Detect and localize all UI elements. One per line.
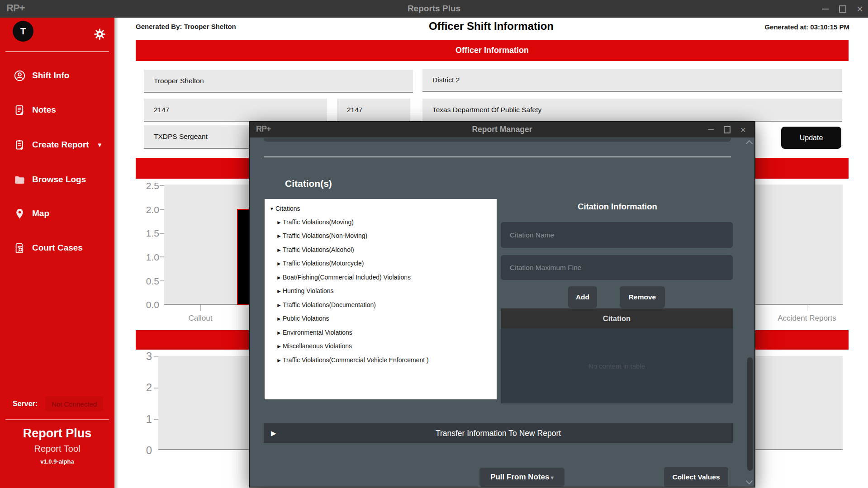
triangle-right-icon[interactable]: ▶ xyxy=(275,289,283,294)
triangle-right-icon[interactable]: ▶ xyxy=(275,303,283,308)
tree-item[interactable]: ▶Hunting Violations xyxy=(275,284,504,298)
close-icon[interactable]: × xyxy=(852,0,868,18)
transfer-to-new-report-button[interactable]: ▶ Transfer Information To New Report xyxy=(264,423,733,443)
triangle-right-icon: ▶ xyxy=(271,429,276,437)
y-tick-label: 2 xyxy=(125,381,152,394)
dialog-close-icon[interactable]: × xyxy=(735,122,751,137)
tree-item-label: Traffic Violations(Non-Moving) xyxy=(283,232,367,239)
citation-max-fine-input[interactable] xyxy=(501,255,733,280)
x-tick-label: Callout xyxy=(180,314,221,323)
tree-item-label: Traffic Violations(Commercial Vehicle En… xyxy=(283,356,429,364)
sidebar-item-browse-logs[interactable]: Browse Logs xyxy=(0,172,114,187)
sidebar-item-label: Shift Info xyxy=(32,71,69,81)
triangle-down-icon[interactable]: ▼ xyxy=(268,206,275,211)
triangle-right-icon[interactable]: ▶ xyxy=(275,220,283,225)
tree-item[interactable]: ▶Public Violations xyxy=(275,312,504,325)
y-tick-label: 1 xyxy=(125,413,152,426)
tree-item[interactable]: ▶Traffic Violations(Non-Moving) xyxy=(275,229,504,242)
table-empty-placeholder: No content in table xyxy=(588,362,645,370)
tree-item[interactable]: ▶Traffic Violations(Documentation) xyxy=(275,298,504,312)
scrollbar-thumb[interactable] xyxy=(747,357,753,471)
server-label: Server: xyxy=(13,400,38,408)
y-tick-mark xyxy=(160,209,164,210)
minimize-icon[interactable] xyxy=(817,0,833,18)
note-edit-icon xyxy=(14,104,26,116)
dialog-titlebar[interactable]: RP+ Report Manager × xyxy=(250,122,754,137)
x-tick-label: Accident Reports xyxy=(773,314,841,323)
pull-from-notes-button[interactable]: Pull From Notes ▾ xyxy=(479,468,564,487)
dialog-divider xyxy=(264,156,731,157)
window-titlebar[interactable]: RP+ Reports Plus × xyxy=(0,0,868,18)
sidebar-item-label: Court Cases xyxy=(32,243,83,253)
district-field[interactable] xyxy=(422,69,842,92)
scroll-down-icon[interactable] xyxy=(747,479,752,483)
citation-column-label: Citation xyxy=(603,314,631,323)
tree-item[interactable]: ▶Traffic Violations(Commercial Vehicle E… xyxy=(275,353,504,367)
sidebar-item-create-report[interactable]: Create Report ▼ xyxy=(0,137,114,152)
sidebar-item-court-cases[interactable]: Court Cases xyxy=(0,241,114,255)
y-tick-mark xyxy=(154,356,158,357)
version-label: v1.0.9-alpha xyxy=(0,458,114,465)
update-button[interactable]: Update xyxy=(781,127,841,149)
y-tick-mark xyxy=(154,388,158,389)
triangle-right-icon[interactable]: ▶ xyxy=(275,275,283,280)
gear-icon[interactable] xyxy=(94,28,106,40)
map-pin-icon xyxy=(14,208,26,220)
y-tick-label: 2.5 xyxy=(132,180,159,191)
avatar[interactable]: T xyxy=(13,21,33,42)
citations-tree: ▼ Citations ▶Traffic Violations(Moving) … xyxy=(265,199,497,399)
brand-subtitle: Report Tool xyxy=(0,444,114,454)
clipboard-plus-icon xyxy=(14,139,26,151)
avatar-initial: T xyxy=(20,26,26,37)
sidebar-item-notes[interactable]: Notes xyxy=(0,103,114,117)
y-tick-mark xyxy=(160,280,164,281)
dialog-maximize-icon[interactable] xyxy=(719,122,735,137)
triangle-right-icon[interactable]: ▶ xyxy=(275,247,283,252)
sidebar-item-shift-info[interactable]: Shift Info xyxy=(0,68,114,83)
transfer-label: Transfer Information To New Report xyxy=(436,429,561,438)
tree-item-label: Traffic Violations(Documentation) xyxy=(283,301,376,308)
tree-item[interactable]: ▶Traffic Violations(Alcohol) xyxy=(275,243,504,256)
tree-item-label: Hunting Violations xyxy=(283,287,334,294)
badge-number-field[interactable] xyxy=(144,99,327,122)
triangle-right-icon[interactable]: ▶ xyxy=(275,261,283,266)
citation-table-body: No content in table xyxy=(501,328,733,403)
triangle-right-icon[interactable]: ▶ xyxy=(275,330,283,335)
tree-item[interactable]: ▶Traffic Violations(Motorcycle) xyxy=(275,256,504,270)
tree-item[interactable]: ▶Environmental Violations xyxy=(275,326,504,339)
triangle-right-icon[interactable]: ▶ xyxy=(275,316,283,321)
sidebar-divider xyxy=(5,419,109,420)
pull-from-notes-label: Pull From Notes xyxy=(490,473,549,481)
unit-number-field[interactable] xyxy=(337,99,410,122)
department-field[interactable] xyxy=(422,99,842,122)
scroll-up-icon[interactable] xyxy=(747,141,752,146)
y-tick-label: 1.0 xyxy=(132,252,159,263)
tree-item[interactable]: ▶Traffic Violations(Moving) xyxy=(275,215,504,229)
tree-item-label: Traffic Violations(Alcohol) xyxy=(283,246,354,253)
sidebar-divider xyxy=(5,51,109,52)
server-status-badge: Not Connected xyxy=(45,396,103,412)
citation-name-input[interactable] xyxy=(501,222,733,248)
y-tick-label: 0.5 xyxy=(132,276,159,287)
maximize-icon[interactable] xyxy=(835,0,851,18)
tree-item[interactable]: ▶Boat/Fishing(Commercial Included) Viola… xyxy=(275,270,504,284)
collect-values-button[interactable]: Collect Values xyxy=(664,467,728,488)
x-tick-mark xyxy=(807,305,807,311)
chevron-down-icon: ▾ xyxy=(550,474,554,481)
sidebar-item-label: Create Report xyxy=(32,140,89,150)
citation-information-title: Citation Information xyxy=(501,202,734,212)
y-tick-label: 3 xyxy=(125,350,152,363)
triangle-right-icon[interactable]: ▶ xyxy=(275,358,283,363)
tree-item-root[interactable]: ▼ Citations xyxy=(268,202,497,215)
triangle-right-icon[interactable]: ▶ xyxy=(275,233,283,238)
tree-item[interactable]: ▶Miscellaneous Violations xyxy=(275,339,504,353)
remove-button[interactable]: Remove xyxy=(620,286,665,308)
dialog-title: Report Manager xyxy=(250,125,754,134)
officer-name-field[interactable] xyxy=(144,70,413,93)
triangle-right-icon[interactable]: ▶ xyxy=(275,344,283,349)
tree-item-label: Traffic Violations(Motorcycle) xyxy=(283,260,364,267)
y-tick-label: 0.0 xyxy=(132,299,159,310)
sidebar-item-map[interactable]: Map xyxy=(0,206,114,221)
add-button[interactable]: Add xyxy=(568,286,597,308)
dialog-minimize-icon[interactable] xyxy=(703,122,718,137)
